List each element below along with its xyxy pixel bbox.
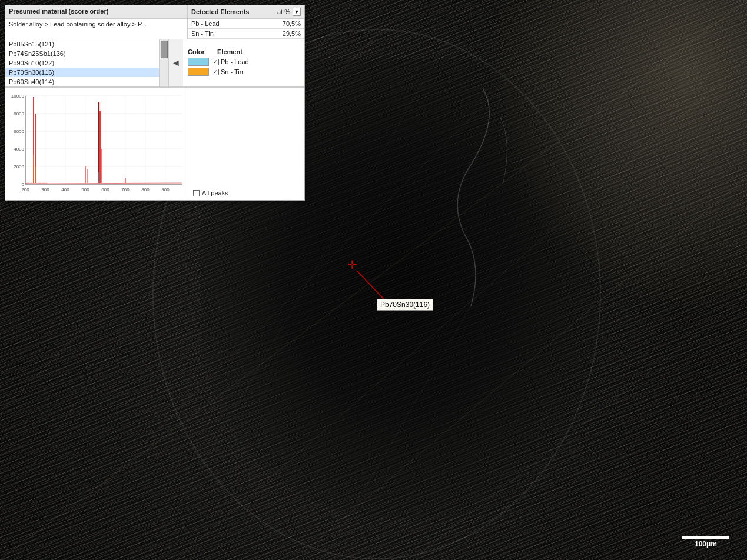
svg-text:4000: 4000 bbox=[14, 146, 24, 152]
svg-text:0: 0 bbox=[22, 182, 25, 187]
annotation-label: Pb70Sn30(116) bbox=[377, 299, 433, 311]
list-item[interactable]: Pb74Sn25Sb1(136) bbox=[5, 49, 159, 58]
svg-text:600: 600 bbox=[101, 187, 109, 192]
scale-bar: 100μm bbox=[682, 536, 729, 548]
legend-element-header: Element bbox=[217, 48, 243, 55]
legend-checkbox-pb[interactable] bbox=[213, 59, 219, 65]
element-sn-name: Sn - Tin bbox=[191, 30, 283, 37]
legend-header: Color Element bbox=[188, 48, 300, 55]
element-pb-value: 70,5% bbox=[283, 20, 301, 27]
svg-text:8000: 8000 bbox=[14, 111, 24, 116]
scale-bar-label: 100μm bbox=[695, 540, 717, 548]
element-sn-value: 29,5% bbox=[283, 30, 301, 37]
legend-item-pb: Pb - Lead bbox=[188, 58, 300, 66]
legend-label-pb: Pb - Lead bbox=[221, 58, 249, 65]
list-scrollbar[interactable] bbox=[160, 39, 169, 86]
presumed-material-label: Presumed material (score order) bbox=[5, 5, 188, 18]
scroll-thumb[interactable] bbox=[161, 41, 168, 58]
list-item[interactable]: Pb60Sn40(114) bbox=[5, 77, 159, 86]
legend-color-header: Color bbox=[188, 48, 217, 55]
material-list: Pb85Sn15(121) Pb74Sn25Sb1(136) Pb90Sn10(… bbox=[5, 39, 160, 86]
scale-bar-container: 100μm bbox=[682, 536, 729, 548]
chart-right-panel: All peaks bbox=[188, 88, 304, 200]
element-row-sn: Sn - Tin 29,5% bbox=[188, 29, 304, 39]
all-peaks-label: All peaks bbox=[202, 189, 228, 196]
scale-bar-line bbox=[682, 536, 729, 539]
detected-elements-header: Detected Elements at % ▼ bbox=[188, 5, 304, 18]
detected-elements-label: Detected Elements bbox=[191, 8, 277, 15]
svg-text:10000: 10000 bbox=[11, 94, 25, 99]
svg-text:400: 400 bbox=[61, 187, 69, 192]
element-pb-name: Pb - Lead bbox=[191, 20, 283, 27]
svg-text:2000: 2000 bbox=[14, 164, 24, 169]
collapse-arrow-button[interactable]: ◄ bbox=[169, 39, 183, 86]
analysis-panel: Presumed material (score order) Detected… bbox=[5, 5, 305, 201]
legend-item-sn: Sn - Tin bbox=[188, 68, 300, 76]
chart-svg: 10000 8000 6000 4000 2000 0 200 300 400 … bbox=[8, 90, 185, 196]
all-peaks-row: All peaks bbox=[193, 189, 300, 196]
spectrum-chart: 10000 8000 6000 4000 2000 0 200 300 400 … bbox=[5, 88, 188, 200]
list-area: Pb85Sn15(121) Pb74Sn25Sb1(136) Pb90Sn10(… bbox=[5, 39, 304, 87]
svg-text:700: 700 bbox=[121, 187, 130, 192]
path-row: Solder alloy > Lead containing solder al… bbox=[5, 19, 304, 39]
at-percent-dropdown[interactable]: ▼ bbox=[293, 8, 301, 16]
legend-swatch-sn bbox=[188, 68, 209, 76]
crosshair-icon: ✛ bbox=[347, 259, 357, 271]
svg-text:900: 900 bbox=[161, 187, 170, 192]
legend-label-sn: Sn - Tin bbox=[221, 68, 243, 75]
legend-swatch-pb bbox=[188, 58, 209, 66]
list-item-selected[interactable]: Pb70Sn30(116) bbox=[5, 68, 159, 77]
elements-table: Pb - Lead 70,5% Sn - Tin 29,5% bbox=[188, 19, 304, 39]
list-item[interactable]: Pb85Sn15(121) bbox=[5, 39, 159, 49]
element-row-pb: Pb - Lead 70,5% bbox=[188, 19, 304, 29]
legend-area: Color Element Pb - Lead Sn - Tin bbox=[183, 39, 304, 86]
svg-text:200: 200 bbox=[21, 187, 29, 192]
svg-text:300: 300 bbox=[41, 187, 49, 192]
breadcrumb-path: Solder alloy > Lead containing solder al… bbox=[5, 19, 188, 39]
chart-area: 10000 8000 6000 4000 2000 0 200 300 400 … bbox=[5, 87, 304, 200]
list-item[interactable]: Pb90Sn10(122) bbox=[5, 58, 159, 68]
legend-checkbox-sn[interactable] bbox=[213, 69, 219, 75]
panel-header: Presumed material (score order) Detected… bbox=[5, 5, 304, 19]
at-percent-label: at % bbox=[277, 8, 290, 15]
svg-text:500: 500 bbox=[81, 187, 89, 192]
svg-text:800: 800 bbox=[141, 187, 150, 192]
svg-text:6000: 6000 bbox=[14, 129, 24, 134]
all-peaks-checkbox[interactable] bbox=[193, 190, 200, 196]
